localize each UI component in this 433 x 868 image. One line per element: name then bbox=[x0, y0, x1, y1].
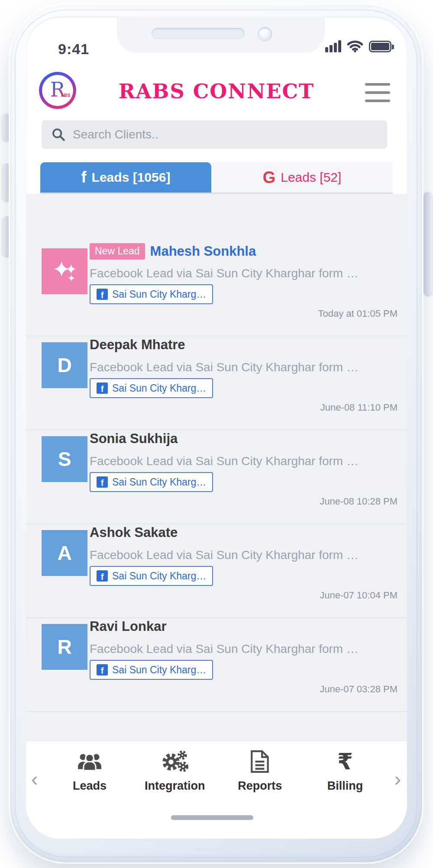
lead-form-label: Sai Sun City Kharg… bbox=[112, 476, 206, 488]
leads-people-icon bbox=[77, 751, 102, 772]
lead-timestamp: June-07 03:28 PM bbox=[320, 684, 397, 695]
signal-icon bbox=[325, 40, 341, 52]
lead-form-button[interactable]: f Sai Sun City Kharg… bbox=[90, 660, 213, 680]
lead-subtitle: Facebook Lead via Sai Sun City Kharghar … bbox=[90, 360, 399, 374]
lead-name[interactable]: Deepak Mhatre bbox=[90, 337, 185, 353]
status-time: 9:41 bbox=[58, 41, 89, 58]
lead-avatar: D bbox=[42, 342, 87, 388]
search-input[interactable] bbox=[73, 128, 378, 141]
lead-subtitle: Facebook Lead via Sai Sun City Kharghar … bbox=[90, 267, 399, 280]
tab-facebook-leads[interactable]: f Leads [1056] bbox=[40, 162, 211, 193]
lead-avatar-initial: R bbox=[57, 635, 71, 659]
google-icon: G bbox=[263, 168, 276, 187]
battery-icon bbox=[369, 41, 391, 52]
lead-form-label: Sai Sun City Kharg… bbox=[112, 664, 206, 676]
lead-avatar: R bbox=[42, 624, 87, 670]
lead-card[interactable]: S Sonia Sukhija Facebook Lead via Sai Su… bbox=[26, 430, 407, 524]
nav-label: Leads bbox=[73, 779, 107, 793]
power-button bbox=[423, 192, 432, 295]
lead-avatar-initial: D bbox=[57, 354, 71, 377]
lead-name[interactable]: Mahesh Sonkhla bbox=[150, 244, 256, 259]
lead-form-button[interactable]: f Sai Sun City Kharg… bbox=[90, 566, 213, 586]
lead-name[interactable]: Ravi Lonkar bbox=[90, 619, 166, 634]
nav-label: Billing bbox=[327, 779, 363, 793]
nav-item-integration[interactable]: Integration bbox=[138, 748, 212, 793]
search-bar[interactable] bbox=[42, 120, 387, 149]
nav-label: Reports bbox=[238, 779, 282, 793]
bottom-nav: ‹ › Leads bbox=[26, 741, 407, 839]
app-screen: 9:41 R ABS RABS CONNECT bbox=[26, 16, 407, 839]
lead-timestamp: Today at 01:05 PM bbox=[318, 308, 397, 319]
lead-avatar: A bbox=[42, 530, 87, 576]
lead-card[interactable]: New Lead Mahesh Sonkhla Facebook Lead vi… bbox=[26, 242, 407, 336]
tab-google-leads[interactable]: G Leads [52] bbox=[211, 162, 393, 193]
speaker-icon bbox=[152, 28, 245, 39]
facebook-icon: f bbox=[97, 476, 108, 488]
status-icons bbox=[325, 40, 391, 52]
lead-avatar-initial: S bbox=[58, 447, 71, 471]
lead-form-label: Sai Sun City Kharg… bbox=[112, 383, 206, 394]
leads-tabs: f Leads [1056] G Leads [52] bbox=[40, 162, 393, 194]
lead-list: New Lead Mahesh Sonkhla Facebook Lead vi… bbox=[26, 242, 407, 712]
lead-name[interactable]: Sonia Sukhija bbox=[90, 431, 178, 447]
facebook-icon: f bbox=[97, 289, 108, 300]
page-title: RABS CONNECT bbox=[26, 80, 407, 103]
wifi-icon bbox=[347, 40, 363, 52]
menu-icon[interactable] bbox=[365, 83, 390, 108]
sparkles-icon bbox=[50, 257, 79, 286]
camera-icon bbox=[258, 27, 272, 42]
lead-form-button[interactable]: f Sai Sun City Kharg… bbox=[90, 472, 213, 492]
gears-icon bbox=[162, 750, 188, 773]
lead-form-label: Sai Sun City Kharg… bbox=[112, 289, 206, 300]
lead-form-button[interactable]: f Sai Sun City Kharg… bbox=[90, 378, 213, 398]
lead-timestamp: June-08 10:28 PM bbox=[320, 496, 397, 507]
facebook-icon: f bbox=[97, 570, 108, 582]
lead-timestamp: June-08 11:10 PM bbox=[320, 402, 397, 413]
lead-card[interactable]: R Ravi Lonkar Facebook Lead via Sai Sun … bbox=[26, 618, 407, 712]
nav-prev-icon[interactable]: ‹ bbox=[31, 769, 38, 789]
lead-form-label: Sai Sun City Kharg… bbox=[112, 570, 206, 582]
rupee-icon: ₹ bbox=[337, 750, 353, 773]
nav-next-icon[interactable]: › bbox=[394, 769, 401, 789]
nav-label: Integration bbox=[145, 779, 205, 793]
lead-form-button[interactable]: f Sai Sun City Kharg… bbox=[90, 284, 213, 304]
lead-subtitle: Facebook Lead via Sai Sun City Kharghar … bbox=[90, 454, 399, 468]
lead-avatar bbox=[42, 248, 87, 294]
lead-avatar: S bbox=[42, 436, 87, 482]
nav-item-billing[interactable]: ₹ Billing bbox=[308, 748, 382, 793]
lead-card[interactable]: A Ashok Sakate Facebook Lead via Sai Sun… bbox=[26, 524, 407, 618]
nav-item-leads[interactable]: Leads bbox=[53, 748, 126, 793]
facebook-icon: f bbox=[81, 168, 87, 186]
tab-label: Leads [1056] bbox=[92, 170, 171, 185]
facebook-icon: f bbox=[97, 664, 108, 675]
phone-notch bbox=[117, 16, 325, 53]
nav-item-reports[interactable]: Reports bbox=[223, 748, 297, 793]
search-icon bbox=[51, 127, 66, 142]
new-lead-badge: New Lead bbox=[90, 243, 145, 260]
lead-subtitle: Facebook Lead via Sai Sun City Kharghar … bbox=[90, 642, 399, 656]
lead-timestamp: June-07 10:04 PM bbox=[320, 590, 397, 601]
home-indicator[interactable] bbox=[171, 815, 253, 820]
facebook-icon: f bbox=[97, 383, 108, 394]
lead-subtitle: Facebook Lead via Sai Sun City Kharghar … bbox=[90, 548, 399, 562]
tab-label: Leads [52] bbox=[281, 170, 341, 185]
lead-name[interactable]: Ashok Sakate bbox=[90, 525, 178, 540]
phone-mockup: 9:41 R ABS RABS CONNECT bbox=[0, 0, 433, 868]
lead-card[interactable]: D Deepak Mhatre Facebook Lead via Sai Su… bbox=[26, 336, 407, 430]
lead-avatar-initial: A bbox=[57, 541, 71, 565]
report-document-icon bbox=[250, 750, 270, 773]
